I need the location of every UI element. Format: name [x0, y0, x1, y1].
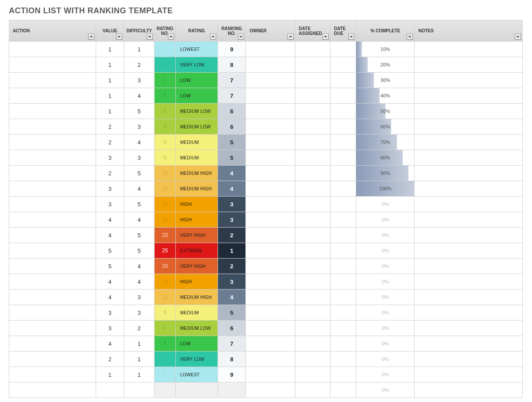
cell-notes[interactable] [415, 197, 523, 212]
cell-date-due[interactable] [330, 243, 356, 259]
cell-date-due[interactable] [330, 88, 356, 104]
cell-owner[interactable] [246, 383, 295, 398]
cell-difficulty[interactable] [124, 383, 155, 398]
filter-dropdown-icon[interactable] [147, 34, 153, 40]
cell-value[interactable]: 4 [96, 212, 124, 228]
cell-pct-complete[interactable]: 30% [356, 73, 415, 88]
cell-date-assigned[interactable] [295, 305, 330, 321]
cell-date-due[interactable] [330, 150, 356, 166]
cell-difficulty[interactable]: 1 [124, 42, 155, 57]
cell-owner[interactable] [246, 135, 295, 150]
cell-owner[interactable] [246, 197, 295, 212]
cell-date-assigned[interactable] [295, 367, 330, 383]
cell-action[interactable] [9, 274, 96, 290]
cell-notes[interactable] [415, 290, 523, 305]
cell-date-due[interactable] [330, 197, 356, 212]
cell-value[interactable]: 1 [96, 367, 124, 383]
cell-date-assigned[interactable] [295, 228, 330, 243]
cell-pct-complete[interactable]: 40% [356, 88, 415, 104]
cell-difficulty[interactable]: 5 [124, 197, 155, 212]
filter-dropdown-icon[interactable] [238, 34, 244, 40]
cell-action[interactable] [9, 290, 96, 305]
cell-date-assigned[interactable] [295, 42, 330, 57]
cell-difficulty[interactable]: 5 [124, 243, 155, 259]
cell-pct-complete[interactable]: 70% [356, 135, 415, 150]
cell-owner[interactable] [246, 367, 295, 383]
cell-difficulty[interactable]: 4 [124, 135, 155, 150]
cell-pct-complete[interactable]: 0% [356, 305, 415, 321]
cell-notes[interactable] [415, 305, 523, 321]
cell-pct-complete[interactable]: 0% [356, 290, 415, 305]
cell-date-due[interactable] [330, 166, 356, 181]
cell-owner[interactable] [246, 290, 295, 305]
cell-value[interactable]: 4 [96, 336, 124, 352]
cell-notes[interactable] [415, 352, 523, 367]
cell-date-due[interactable] [330, 259, 356, 274]
cell-pct-complete[interactable]: 0% [356, 259, 415, 274]
cell-value[interactable]: 2 [96, 135, 124, 150]
cell-action[interactable] [9, 228, 96, 243]
cell-date-assigned[interactable] [295, 212, 330, 228]
cell-date-due[interactable] [330, 104, 356, 119]
cell-value[interactable]: 4 [96, 290, 124, 305]
cell-date-due[interactable] [330, 212, 356, 228]
cell-date-assigned[interactable] [295, 352, 330, 367]
filter-dropdown-icon[interactable] [348, 34, 354, 40]
cell-difficulty[interactable]: 3 [124, 305, 155, 321]
cell-value[interactable] [96, 383, 124, 398]
cell-value[interactable]: 3 [96, 321, 124, 336]
cell-date-assigned[interactable] [295, 243, 330, 259]
cell-date-assigned[interactable] [295, 321, 330, 336]
cell-date-assigned[interactable] [295, 104, 330, 119]
cell-action[interactable] [9, 367, 96, 383]
cell-difficulty[interactable]: 3 [124, 150, 155, 166]
cell-difficulty[interactable]: 1 [124, 336, 155, 352]
cell-action[interactable] [9, 42, 96, 57]
filter-dropdown-icon[interactable] [322, 34, 329, 40]
cell-date-due[interactable] [330, 367, 356, 383]
cell-pct-complete[interactable]: 100% [356, 181, 415, 197]
cell-pct-complete[interactable]: 0% [356, 212, 415, 228]
cell-value[interactable]: 4 [96, 274, 124, 290]
cell-value[interactable]: 1 [96, 88, 124, 104]
cell-pct-complete[interactable]: 50% [356, 104, 415, 119]
cell-value[interactable]: 1 [96, 42, 124, 57]
cell-owner[interactable] [246, 352, 295, 367]
cell-pct-complete[interactable]: 0% [356, 321, 415, 336]
cell-notes[interactable] [415, 57, 523, 73]
cell-value[interactable]: 3 [96, 305, 124, 321]
cell-action[interactable] [9, 181, 96, 197]
cell-owner[interactable] [246, 336, 295, 352]
cell-pct-complete[interactable]: 90% [356, 166, 415, 181]
cell-value[interactable]: 3 [96, 181, 124, 197]
cell-difficulty[interactable]: 5 [124, 228, 155, 243]
cell-pct-complete[interactable]: 0% [356, 383, 415, 398]
cell-pct-complete[interactable]: 0% [356, 352, 415, 367]
cell-date-due[interactable] [330, 181, 356, 197]
cell-date-assigned[interactable] [295, 181, 330, 197]
cell-owner[interactable] [246, 212, 295, 228]
cell-action[interactable] [9, 212, 96, 228]
filter-dropdown-icon[interactable] [515, 34, 521, 40]
cell-notes[interactable] [415, 274, 523, 290]
cell-pct-complete[interactable]: 0% [356, 228, 415, 243]
cell-notes[interactable] [415, 259, 523, 274]
cell-date-due[interactable] [330, 305, 356, 321]
cell-difficulty[interactable]: 5 [124, 166, 155, 181]
cell-notes[interactable] [415, 212, 523, 228]
cell-date-due[interactable] [330, 42, 356, 57]
cell-difficulty[interactable]: 2 [124, 321, 155, 336]
cell-notes[interactable] [415, 73, 523, 88]
cell-notes[interactable] [415, 383, 523, 398]
cell-date-due[interactable] [330, 321, 356, 336]
cell-value[interactable]: 3 [96, 150, 124, 166]
cell-notes[interactable] [415, 88, 523, 104]
cell-date-due[interactable] [330, 228, 356, 243]
cell-difficulty[interactable]: 3 [124, 119, 155, 135]
cell-owner[interactable] [246, 259, 295, 274]
cell-date-assigned[interactable] [295, 119, 330, 135]
cell-date-due[interactable] [330, 57, 356, 73]
cell-value[interactable]: 5 [96, 259, 124, 274]
cell-owner[interactable] [246, 274, 295, 290]
cell-date-assigned[interactable] [295, 57, 330, 73]
